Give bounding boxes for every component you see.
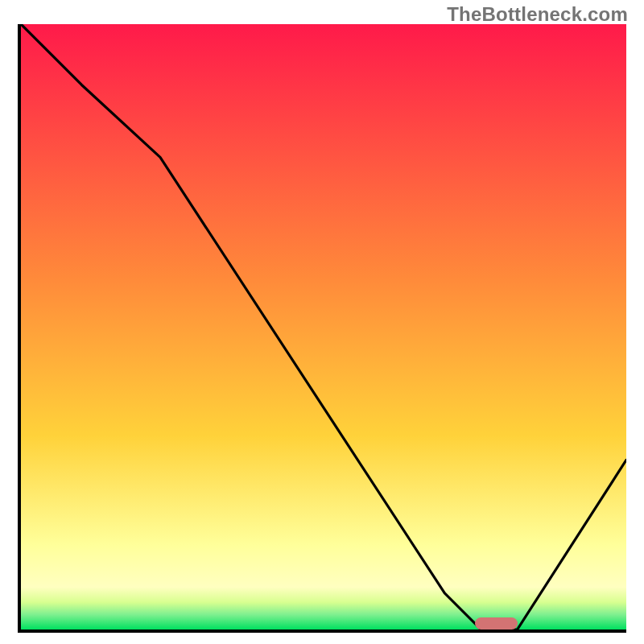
chart-svg bbox=[21, 24, 626, 630]
chart-container: TheBottleneck.com bbox=[0, 0, 644, 644]
gradient-background bbox=[21, 24, 626, 630]
optimal-range-marker bbox=[475, 617, 518, 630]
watermark-text: TheBottleneck.com bbox=[447, 3, 628, 26]
